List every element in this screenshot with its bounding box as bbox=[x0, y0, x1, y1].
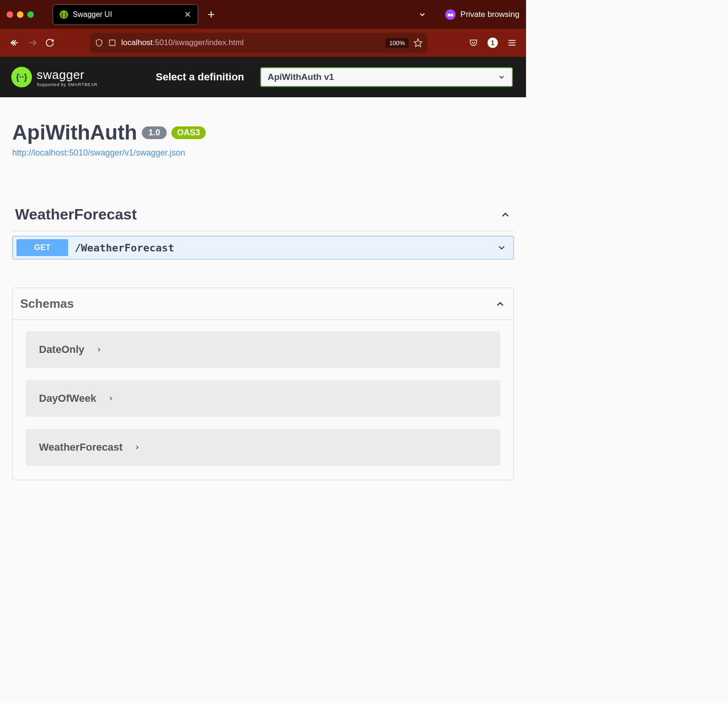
maximize-window-button[interactable] bbox=[27, 11, 34, 18]
swagger-topbar: {··} swagger Supported by SMARTBEAR Sele… bbox=[0, 57, 526, 97]
url-text: localhost :5010/swagger/index.html bbox=[121, 38, 381, 47]
url-host: localhost bbox=[121, 38, 153, 47]
schema-item[interactable]: DayOfWeek bbox=[26, 380, 500, 417]
selected-definition: ApiWithAuth v1 bbox=[268, 72, 334, 82]
operation-path: /WeatherForecast bbox=[75, 242, 496, 254]
swagger-favicon-icon: { } bbox=[60, 10, 68, 19]
swagger-content: ApiWithAuth 1.0 OAS3 http://localhost:50… bbox=[0, 97, 526, 499]
forward-button[interactable] bbox=[27, 38, 38, 48]
schema-name: DayOfWeek bbox=[39, 392, 96, 405]
chevron-down-icon bbox=[496, 242, 507, 253]
chevron-right-icon bbox=[134, 444, 140, 451]
url-path: :5010/swagger/index.html bbox=[153, 38, 244, 47]
menu-button[interactable] bbox=[507, 38, 517, 47]
zoom-level-badge[interactable]: 100% bbox=[386, 38, 409, 48]
minimize-window-button[interactable] bbox=[17, 11, 23, 18]
bookmark-star-icon[interactable] bbox=[413, 38, 423, 47]
http-method-badge: GET bbox=[16, 239, 68, 256]
close-window-button[interactable] bbox=[7, 11, 13, 18]
oas-badge: OAS3 bbox=[171, 126, 206, 139]
pocket-icon[interactable] bbox=[469, 38, 478, 47]
schemas-title: Schemas bbox=[20, 297, 74, 311]
svg-point-0 bbox=[448, 14, 450, 16]
operation-block[interactable]: GET /WeatherForecast bbox=[12, 236, 514, 259]
swagger-logo: {··} swagger Supported by SMARTBEAR bbox=[11, 67, 98, 87]
spec-url-link[interactable]: http://localhost:5010/swagger/v1/swagger… bbox=[12, 148, 514, 158]
svg-rect-5 bbox=[109, 40, 115, 46]
tag-name: WeatherForecast bbox=[15, 206, 137, 223]
version-badge: 1.0 bbox=[142, 126, 167, 139]
back-button[interactable] bbox=[9, 38, 20, 48]
tab-title: Swagger UI bbox=[73, 10, 179, 19]
toolbar-right: 1 bbox=[469, 38, 517, 48]
shield-icon[interactable] bbox=[95, 39, 103, 47]
api-title: ApiWithAuth bbox=[12, 121, 137, 144]
chevron-right-icon bbox=[96, 346, 102, 353]
definition-select[interactable]: ApiWithAuth v1 bbox=[260, 67, 513, 87]
window-controls bbox=[7, 11, 34, 18]
select-definition-label: Select a definition bbox=[156, 71, 244, 83]
new-tab-button[interactable]: + bbox=[205, 7, 217, 22]
schema-item[interactable]: WeatherForecast bbox=[26, 429, 500, 466]
logo-text: swagger bbox=[37, 68, 98, 82]
browser-right-tools: Private browsing bbox=[445, 9, 519, 20]
reload-button[interactable] bbox=[45, 38, 54, 47]
notification-badge[interactable]: 1 bbox=[488, 38, 498, 48]
swagger-logo-icon: {··} bbox=[11, 67, 32, 87]
chevron-up-icon bbox=[500, 209, 511, 220]
schemas-header[interactable]: Schemas bbox=[13, 288, 513, 320]
schemas-list: DateOnly DayOfWeek WeatherForecast bbox=[13, 320, 513, 480]
api-info-header: ApiWithAuth 1.0 OAS3 bbox=[12, 121, 514, 144]
incognito-icon bbox=[445, 9, 456, 20]
tab-strip: { } Swagger UI ✕ + bbox=[53, 4, 441, 25]
svg-point-1 bbox=[450, 14, 453, 16]
browser-tab-active[interactable]: { } Swagger UI ✕ bbox=[53, 4, 198, 25]
address-bar[interactable]: localhost :5010/swagger/index.html 100% bbox=[90, 33, 427, 53]
logo-subtext: Supported by SMARTBEAR bbox=[37, 82, 98, 87]
close-tab-button[interactable]: ✕ bbox=[184, 9, 191, 20]
tag-section-header[interactable]: WeatherForecast bbox=[12, 200, 514, 231]
chevron-right-icon bbox=[108, 395, 114, 402]
schema-item[interactable]: DateOnly bbox=[26, 331, 500, 368]
browser-tab-bar: { } Swagger UI ✕ + Private browsing bbox=[0, 0, 526, 29]
schema-name: DateOnly bbox=[39, 344, 85, 356]
schemas-container: Schemas DateOnly DayOfWeek WeatherForeca… bbox=[12, 288, 514, 480]
private-browsing-label: Private browsing bbox=[460, 10, 519, 19]
schema-name: WeatherForecast bbox=[39, 441, 123, 453]
chevron-down-icon bbox=[498, 73, 505, 81]
svg-marker-6 bbox=[414, 39, 422, 47]
site-info-icon[interactable] bbox=[108, 39, 116, 47]
tab-overflow-button[interactable] bbox=[418, 10, 426, 19]
browser-toolbar: localhost :5010/swagger/index.html 100% … bbox=[0, 29, 526, 57]
chevron-up-icon bbox=[495, 298, 506, 310]
